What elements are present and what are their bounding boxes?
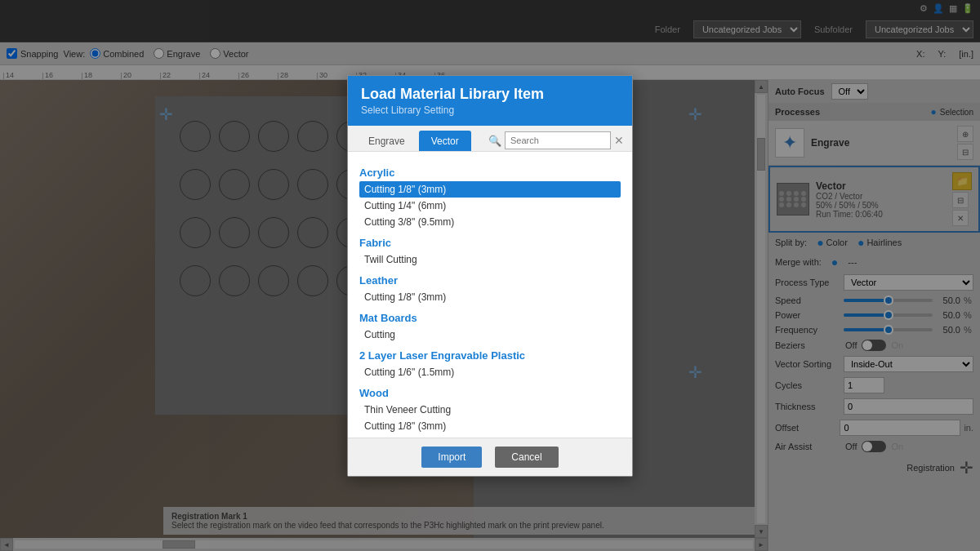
- material-item[interactable]: Cutting 1/4" (6mm): [359, 198, 621, 214]
- category-2layer-plastic: 2 Layer Laser Engravable Plastic: [359, 349, 621, 362]
- modal-body: Acrylic Cutting 1/8" (3mm) Cutting 1/4" …: [348, 152, 632, 438]
- modal-overlay[interactable]: Load Material Library Item Select Librar…: [0, 0, 980, 551]
- tab-vector[interactable]: Vector: [419, 131, 471, 151]
- material-item[interactable]: Cutting 1/6" (1.5mm): [359, 364, 621, 380]
- material-item[interactable]: Cutting: [359, 327, 621, 343]
- search-icon: 🔍: [488, 135, 501, 147]
- modal-title: Load Material Library Item: [361, 86, 619, 103]
- material-item[interactable]: Twill Cutting: [359, 251, 621, 268]
- category-leather: Leather: [359, 274, 621, 287]
- modal-subtitle: Select Library Setting: [361, 104, 619, 116]
- modal-footer: Import Cancel: [348, 438, 632, 476]
- material-item[interactable]: Thin Veneer Cutting: [359, 402, 621, 418]
- category-wood: Wood: [359, 387, 621, 399]
- material-item[interactable]: Cutting 3/8" (9.5mm): [359, 214, 621, 230]
- category-fabric: Fabric: [359, 237, 621, 249]
- material-item[interactable]: Cutting 1/8" (3mm): [359, 418, 621, 434]
- material-item[interactable]: Cutting 1/8" (3mm): [359, 181, 621, 198]
- category-mat-boards: Mat Boards: [359, 312, 621, 324]
- material-item[interactable]: Cutting 1/8" (3mm): [359, 289, 621, 305]
- modal-tabs: Engrave Vector 🔍 ✕: [348, 126, 632, 152]
- category-acrylic: Acrylic: [359, 167, 621, 179]
- search-input[interactable]: [505, 131, 611, 149]
- search-clear-btn[interactable]: ✕: [614, 134, 624, 147]
- cancel-button[interactable]: Cancel: [495, 447, 558, 468]
- modal-header: Load Material Library Item Select Librar…: [348, 76, 632, 126]
- modal-search: 🔍 ✕: [488, 131, 624, 149]
- import-button[interactable]: Import: [421, 447, 482, 468]
- tab-engrave[interactable]: Engrave: [356, 131, 417, 151]
- modal-dialog: Load Material Library Item Select Librar…: [347, 75, 633, 477]
